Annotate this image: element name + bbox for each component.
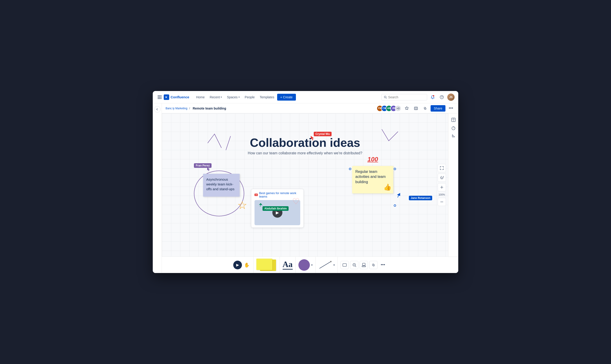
- collaborator-avatars: FM CW AR JR +3: [377, 105, 401, 112]
- canvas[interactable]: Crystal Wu Collaboration ideas How can o…: [162, 113, 448, 257]
- search-box[interactable]: [381, 94, 427, 100]
- canvas-controls: 100%: [438, 164, 446, 206]
- sticky-front: [256, 259, 272, 270]
- notifications-button[interactable]: [429, 93, 436, 101]
- svg-marker-26: [207, 167, 210, 171]
- page-info-bar: Banc.ly Marketing / Remote team building…: [162, 103, 458, 113]
- svg-line-21: [208, 134, 214, 143]
- svg-rect-45: [343, 264, 346, 266]
- svg-point-48: [354, 264, 355, 265]
- svg-line-19: [425, 108, 426, 109]
- heart-decoration: ♡: [292, 197, 299, 206]
- sticky-note-tool[interactable]: [256, 259, 277, 271]
- svg-point-12: [432, 98, 433, 99]
- star-decoration: ☆: [237, 200, 247, 211]
- shape-dropdown-arrow[interactable]: ▾: [311, 263, 312, 267]
- zoom-in-button[interactable]: [438, 183, 446, 191]
- svg-line-20: [214, 134, 221, 148]
- play-presentation-button[interactable]: ▶: [233, 261, 242, 269]
- app-window: ✕ Confluence Home Recent ▾ Spaces ▾ Peop…: [153, 91, 458, 273]
- create-button[interactable]: + Create: [277, 94, 296, 101]
- more-options-button[interactable]: •••: [447, 105, 455, 112]
- nav-people[interactable]: People: [242, 94, 257, 100]
- svg-rect-8: [160, 98, 161, 99]
- stamp-tool-button[interactable]: [360, 261, 368, 269]
- line-dropdown-arrow[interactable]: ▾: [333, 263, 335, 267]
- selection-dot-2: [349, 168, 351, 170]
- svg-rect-5: [160, 97, 161, 98]
- help-button[interactable]: ?: [438, 93, 445, 101]
- cursor-arrow-jane: [396, 193, 400, 197]
- breadcrumb-separator: /: [189, 107, 190, 110]
- canvas-subtitle: How can our team collaborate more effect…: [248, 151, 363, 155]
- svg-text:?: ?: [441, 96, 443, 99]
- zoom-level-display: 100%: [438, 193, 446, 196]
- rectangle-tool-button[interactable]: [340, 261, 349, 269]
- cursor-abdullah-ibrahim: Abdullah Ibrahim: [262, 206, 289, 211]
- nav-home[interactable]: Home: [194, 94, 207, 100]
- canvas-title-area: Collaboration ideas How can our team col…: [248, 136, 363, 155]
- link-button[interactable]: [421, 105, 429, 112]
- sidebar-toggle[interactable]: [154, 106, 160, 113]
- sticky-note-section: [254, 257, 280, 273]
- hand-tool-button[interactable]: ✋: [243, 261, 251, 269]
- expand-icon[interactable]: [438, 164, 446, 172]
- line-tool-svg: [318, 260, 332, 270]
- star-button[interactable]: [403, 105, 410, 112]
- page-actions: FM CW AR JR +3: [377, 105, 455, 112]
- logo-area[interactable]: ✕ Confluence: [164, 94, 189, 100]
- bottom-toolbar: ▶ ✋ Aa ▾: [162, 257, 458, 273]
- shrink-icon[interactable]: [438, 174, 446, 182]
- text-section: Aa: [280, 257, 296, 273]
- watch-button[interactable]: [412, 105, 420, 112]
- svg-point-46: [353, 263, 356, 266]
- nav-recent[interactable]: Recent ▾: [208, 94, 224, 100]
- table-layout-button[interactable]: [450, 116, 457, 123]
- share-button[interactable]: Share: [430, 105, 445, 112]
- canvas-title: Collaboration ideas: [248, 136, 363, 149]
- nav-items: Home Recent ▾ Spaces ▾ People Templates …: [194, 94, 380, 101]
- app-grid-icon[interactable]: [156, 94, 163, 100]
- content-area: Banc.ly Marketing / Remote team building…: [153, 103, 458, 273]
- search-input[interactable]: [388, 95, 425, 99]
- image-search-tool-button[interactable]: [350, 261, 358, 269]
- recent-dropdown-arrow: ▾: [221, 96, 222, 98]
- svg-line-43: [319, 261, 331, 268]
- svg-rect-4: [159, 97, 160, 98]
- link-tool-button[interactable]: [369, 261, 377, 269]
- user-avatar[interactable]: JS: [447, 93, 455, 101]
- shape-section: ▾: [296, 257, 316, 273]
- text-tool-button[interactable]: Aa: [283, 260, 293, 270]
- breadcrumb-parent[interactable]: Banc.ly Marketing: [166, 107, 187, 110]
- svg-marker-29: [397, 193, 400, 197]
- nav-templates[interactable]: Templates: [258, 94, 277, 100]
- svg-rect-6: [158, 98, 159, 99]
- cursor-mode-button[interactable]: [450, 133, 457, 140]
- nav-spaces[interactable]: Spaces ▾: [224, 94, 242, 100]
- svg-rect-3: [158, 97, 159, 98]
- sticky-note-1[interactable]: Asynchronous weekly team kick-offs and s…: [203, 174, 240, 197]
- page-title: Remote team building: [193, 106, 226, 110]
- zoom-out-button[interactable]: [438, 198, 446, 206]
- main-wrapper: Banc.ly Marketing / Remote team building…: [162, 103, 458, 273]
- svg-rect-2: [160, 95, 161, 96]
- timer-button[interactable]: [450, 124, 457, 132]
- svg-rect-7: [159, 98, 160, 99]
- app-name: Confluence: [170, 95, 189, 99]
- more-tools-button[interactable]: •••: [379, 261, 387, 269]
- search-icon: [384, 96, 387, 99]
- cursor-fran-perez: Fran Perez: [194, 163, 211, 168]
- shape-circle-tool[interactable]: [299, 259, 310, 271]
- line-section: ▾: [316, 257, 338, 273]
- selection-dot-3: [394, 204, 396, 207]
- svg-rect-16: [414, 107, 417, 110]
- nav-right: ? JS: [381, 93, 455, 101]
- sticky-note-2[interactable]: Regular team activities and team buildin…: [352, 166, 393, 194]
- right-toolbar: [448, 113, 458, 257]
- avatar-overflow[interactable]: +3: [395, 105, 401, 112]
- line-tool[interactable]: [318, 260, 332, 270]
- top-navigation: ✕ Confluence Home Recent ▾ Spaces ▾ Peop…: [153, 91, 458, 103]
- shape-tools-section: •••: [338, 257, 390, 273]
- svg-line-40: [452, 135, 455, 137]
- svg-line-52: [373, 265, 374, 265]
